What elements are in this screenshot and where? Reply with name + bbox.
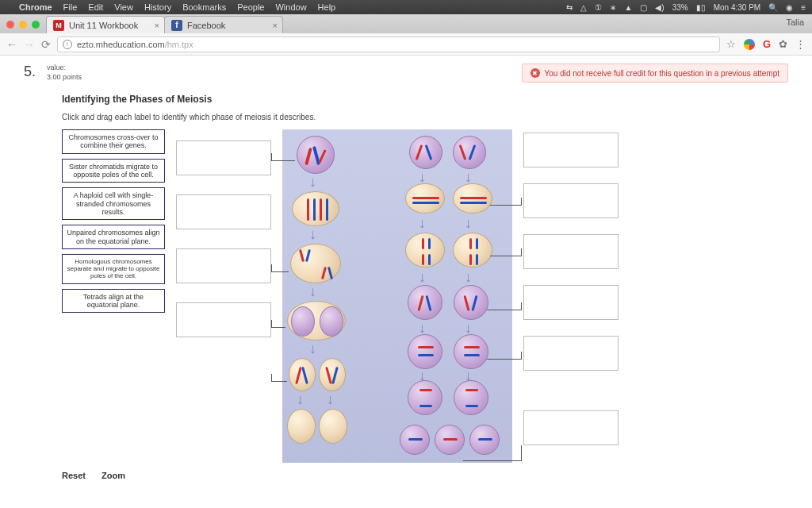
menu-bookmarks[interactable]: Bookmarks <box>182 2 226 12</box>
tab-label: Unit 11 Workbook <box>69 21 138 30</box>
credit-alert: ✖ You did not receive full credit for th… <box>522 64 788 83</box>
google-icon[interactable] <box>744 39 755 50</box>
maximize-window[interactable] <box>32 21 40 29</box>
drop-slot[interactable] <box>523 234 619 269</box>
drop-slot[interactable] <box>523 336 619 371</box>
drag-label[interactable]: Unpaired chromosomes align on the equato… <box>62 225 165 249</box>
menu-file[interactable]: File <box>63 2 78 12</box>
wifi-icon[interactable]: ▲ <box>624 3 632 12</box>
favicon-facebook: f <box>171 20 182 31</box>
close-window[interactable] <box>6 21 14 29</box>
bluetooth-icon[interactable]: ∗ <box>610 3 616 12</box>
drop-targets-right <box>523 129 619 463</box>
display-icon[interactable]: ▢ <box>640 3 647 12</box>
extension-icon[interactable]: G <box>763 38 771 50</box>
url-input[interactable]: i ezto.mheducation.com/hm.tpx <box>57 37 720 52</box>
favicon-mhe: M <box>53 20 64 31</box>
menu-view[interactable]: View <box>114 2 133 12</box>
points-text: 3.00 points <box>47 73 82 83</box>
page-content: 5. value: 3.00 points ✖ You did not rece… <box>0 56 812 508</box>
menu-history[interactable]: History <box>144 2 171 12</box>
meiosis-diagram: ↓ ↓ ↓ ↓ <box>282 129 512 463</box>
drop-slot[interactable] <box>523 133 619 167</box>
minimize-window[interactable] <box>19 21 27 29</box>
drop-slot[interactable] <box>176 194 271 229</box>
address-bar: ← → ⟳ i ezto.mheducation.com/hm.tpx ☆ G … <box>0 33 812 56</box>
tab-label: Facebook <box>187 21 225 30</box>
search-icon[interactable]: 🔍 <box>768 3 778 12</box>
clock-text: Mon 4:30 PM <box>714 3 760 12</box>
menu-help[interactable]: Help <box>318 2 336 12</box>
url-path: /hm.tpx <box>165 40 193 49</box>
volume-icon[interactable]: ◀) <box>655 3 664 12</box>
question-title: Identifying the Phases of Meiosis <box>62 94 788 105</box>
close-tab-icon[interactable]: × <box>155 21 159 30</box>
profile-name[interactable]: Talia <box>786 17 804 27</box>
list-icon[interactable]: ≡ <box>801 3 806 12</box>
value-label: value: <box>47 64 82 73</box>
site-info-icon[interactable]: i <box>63 40 72 49</box>
menu-edit[interactable]: Edit <box>88 2 103 12</box>
question-number: 5. <box>24 64 36 80</box>
extension-icon-2[interactable]: ✿ <box>779 38 787 50</box>
back-button[interactable]: ← <box>6 38 17 51</box>
drag-label[interactable]: Tetrads align at the equatorial plane. <box>62 289 165 314</box>
battery-icon[interactable]: ▮▯ <box>696 3 706 12</box>
drop-slot[interactable] <box>176 302 271 337</box>
macos-menubar: Chrome File Edit View History Bookmarks … <box>0 0 812 14</box>
battery-text: 33% <box>672 3 688 12</box>
menu-people[interactable]: People <box>237 2 264 12</box>
reset-button[interactable]: Reset <box>62 471 86 480</box>
tab-workbook[interactable]: M Unit 11 Workbook × <box>46 16 165 33</box>
url-host: ezto.mheducation.com <box>77 40 165 49</box>
drop-slot[interactable] <box>176 140 271 175</box>
cloud-icon[interactable]: △ <box>580 3 587 12</box>
drag-label[interactable]: Chromosomes cross-over to combine their … <box>62 129 165 154</box>
drag-label[interactable]: A haploid cell with single-stranded chro… <box>62 187 165 220</box>
drag-label[interactable]: Homologous chromosomes separate and migr… <box>62 254 165 284</box>
reload-button[interactable]: ⟳ <box>41 38 51 51</box>
clock-icon[interactable]: ① <box>595 3 602 12</box>
close-tab-icon[interactable]: × <box>273 21 278 30</box>
alert-text: You did not receive full credit for this… <box>545 69 779 78</box>
drag-label[interactable]: Sister chromatids migrate to opposite po… <box>62 159 165 183</box>
window-controls <box>5 21 46 33</box>
app-name[interactable]: Chrome <box>19 2 52 12</box>
drop-slot[interactable] <box>176 248 271 283</box>
drop-slot[interactable] <box>523 285 619 320</box>
label-bank: Chromosomes cross-over to combine their … <box>62 129 165 463</box>
drop-slot[interactable] <box>523 410 619 445</box>
notification-icon[interactable]: ◉ <box>786 3 793 12</box>
alert-icon: ✖ <box>530 68 540 78</box>
zoom-button[interactable]: Zoom <box>102 471 125 480</box>
menu-window[interactable]: Window <box>275 2 306 12</box>
forward-button[interactable]: → <box>24 38 35 51</box>
tab-facebook[interactable]: f Facebook × <box>164 16 283 33</box>
drop-slot[interactable] <box>523 183 619 218</box>
browser-tabstrip: M Unit 11 Workbook × f Facebook × Talia <box>0 14 812 33</box>
menu-icon[interactable]: ⋮ <box>795 38 806 50</box>
sync-icon[interactable]: ⇆ <box>566 3 573 12</box>
question-instruction: Click and drag each label to identify wh… <box>62 113 788 121</box>
star-icon[interactable]: ☆ <box>726 38 736 50</box>
drop-targets-left <box>176 129 271 463</box>
